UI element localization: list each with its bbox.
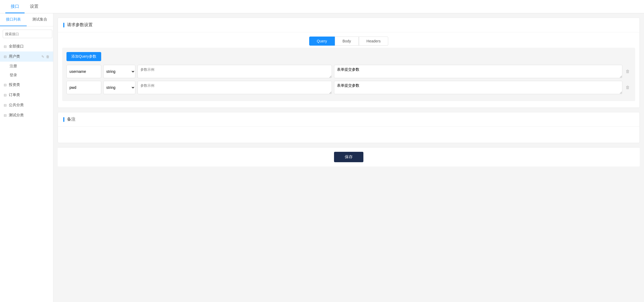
folder-icon: ⊟ [4, 93, 7, 97]
sidebar-item-label: 订单类 [9, 93, 41, 97]
remark-section: 备注 [58, 112, 640, 143]
remark-title-bar [63, 117, 64, 122]
sidebar-item-label: 公共分类 [9, 103, 41, 108]
folder-icon: ⊟ [4, 113, 7, 117]
remark-body [58, 127, 639, 143]
param-row-pwd: string integer boolean array object 表单提交… [66, 81, 631, 94]
param-type-select-username[interactable]: string integer boolean array object [103, 65, 135, 78]
param-tab-headers[interactable]: Headers [359, 37, 388, 46]
param-type-select-pwd[interactable]: string integer boolean array object [103, 81, 135, 94]
delete-icon[interactable]: 🗑 [46, 83, 49, 87]
tab-settings[interactable]: 设置 [25, 1, 44, 13]
sidebar: 接口列表 测试集合 添加分类 ⊟ 全部接口 ⊟ 用户类 ✎ 🗑 注册 [0, 13, 53, 302]
param-tab-body[interactable]: Body [335, 37, 359, 46]
sidebar-tab-list[interactable]: 接口列表 [0, 13, 27, 26]
edit-icon[interactable]: ✎ [41, 83, 44, 87]
param-desc-input-username[interactable]: 表单提交参数 [334, 65, 622, 78]
sidebar-sub-item-login[interactable]: 登录 [0, 71, 53, 80]
sidebar-search-area: 添加分类 [0, 26, 53, 41]
edit-icon[interactable]: ✎ [41, 113, 44, 117]
section-title-bar [63, 23, 64, 27]
delete-icon[interactable]: 🗑 [46, 113, 49, 117]
save-button[interactable]: 保存 [334, 152, 363, 162]
param-name-input-pwd[interactable] [66, 81, 101, 94]
param-example-input-username[interactable] [138, 65, 332, 78]
folder-icon: ⊟ [4, 45, 7, 49]
sidebar-item-order[interactable]: ⊟ 订单类 ✎ 🗑 [0, 90, 53, 100]
remark-title: 备注 [67, 117, 76, 122]
sidebar-item-label: 用户类 [9, 54, 41, 59]
tab-interface[interactable]: 接口 [5, 1, 25, 13]
param-tabs: Query Body Headers [58, 32, 639, 48]
edit-icon[interactable]: ✎ [41, 93, 44, 97]
sidebar-item-public[interactable]: ⊟ 公共分类 ✎ 🗑 [0, 100, 53, 110]
sidebar-item-label: 全部接口 [9, 44, 49, 49]
top-nav: 接口 设置 [0, 0, 644, 13]
search-input[interactable] [3, 30, 52, 38]
user-category-actions: ✎ 🗑 [41, 55, 49, 59]
add-query-button[interactable]: 添加Query参数 [66, 52, 101, 61]
delete-icon[interactable]: 🗑 [46, 55, 49, 59]
remark-header: 备注 [58, 112, 639, 127]
sidebar-item-test[interactable]: ⊟ 测试分类 ✎ 🗑 [0, 110, 53, 120]
request-param-section: 请求参数设置 Query Body Headers 添加Query参数 stri… [58, 18, 640, 108]
param-row-username: string integer boolean array object 表单提交… [66, 65, 631, 78]
folder-icon: ⊟ [4, 83, 7, 87]
param-body: 添加Query参数 string integer boolean array o… [62, 48, 635, 101]
sidebar-item-label: 投资类 [9, 82, 41, 87]
content-area: 请求参数设置 Query Body Headers 添加Query参数 stri… [53, 13, 644, 302]
param-name-input-username[interactable] [66, 65, 101, 78]
delete-icon[interactable]: 🗑 [46, 103, 49, 107]
sidebar-sub-item-register[interactable]: 注册 [0, 62, 53, 71]
param-example-input-pwd[interactable] [138, 81, 332, 94]
param-delete-button-pwd[interactable]: 🗑 [625, 81, 631, 94]
sidebar-tabs: 接口列表 测试集合 [0, 13, 53, 26]
section-header: 请求参数设置 [58, 18, 639, 32]
edit-icon[interactable]: ✎ [41, 55, 44, 59]
main-layout: 接口列表 测试集合 添加分类 ⊟ 全部接口 ⊟ 用户类 ✎ 🗑 注册 [0, 13, 644, 302]
param-delete-button-username[interactable]: 🗑 [625, 65, 631, 78]
sidebar-item-user[interactable]: ⊟ 用户类 ✎ 🗑 [0, 51, 53, 62]
sidebar-list: ⊟ 全部接口 ⊟ 用户类 ✎ 🗑 注册 登录 ⊟ 投资类 ✎ 🗑 [0, 41, 53, 302]
section-title: 请求参数设置 [67, 22, 93, 28]
sidebar-item-label: 测试分类 [9, 113, 41, 118]
sidebar-item-invest[interactable]: ⊟ 投资类 ✎ 🗑 [0, 80, 53, 90]
edit-icon[interactable]: ✎ [41, 103, 44, 107]
delete-icon[interactable]: 🗑 [46, 93, 49, 97]
param-tab-query[interactable]: Query [309, 37, 335, 46]
sidebar-item-all[interactable]: ⊟ 全部接口 [0, 41, 53, 51]
footer-bar: 保存 [58, 147, 640, 166]
param-desc-input-pwd[interactable]: 表单提交参数 [334, 81, 622, 94]
sidebar-tab-testset[interactable]: 测试集合 [27, 13, 53, 26]
folder-icon: ⊟ [4, 103, 7, 107]
folder-icon: ⊟ [4, 55, 7, 59]
